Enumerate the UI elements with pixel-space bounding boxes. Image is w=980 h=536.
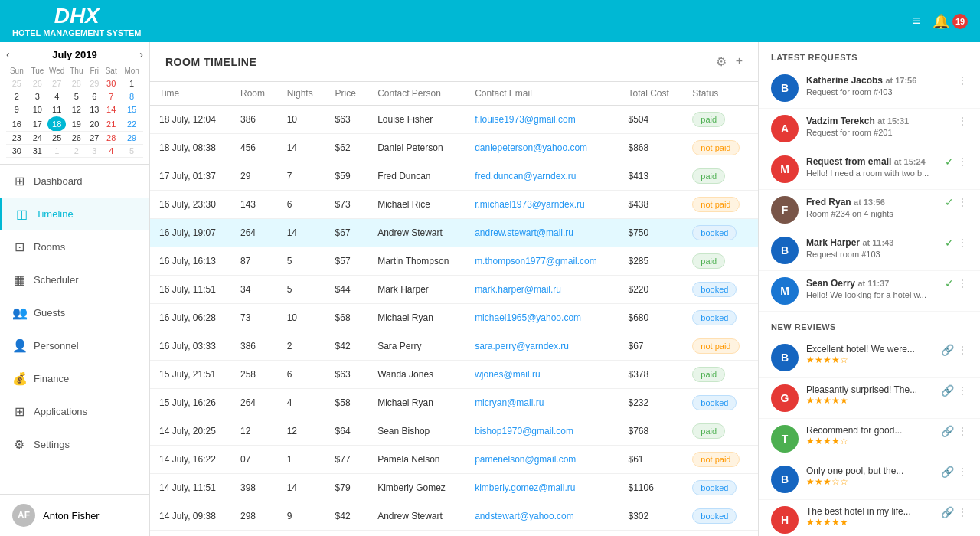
cal-cell[interactable]: 3 [28,90,47,103]
cell-nights: 7 [278,162,326,191]
more-icon[interactable]: ⋮ [957,506,968,518]
cal-cell[interactable]: 20 [87,116,102,132]
cal-cell[interactable]: 29 [120,132,143,145]
more-icon[interactable]: ⋮ [957,384,968,397]
finance-icon: 💰 [12,371,26,386]
cal-cell[interactable]: 8 [120,90,143,103]
cal-cell[interactable]: 25 [6,77,28,90]
sidebar-item-applications[interactable]: ⊞ Applications [0,395,149,428]
more-icon[interactable]: ⋮ [957,196,968,208]
sidebar-item-label: Dashboard [34,175,83,187]
cal-cell[interactable]: 22 [120,116,143,132]
req-avatar: A [771,115,799,142]
table-row[interactable]: 14 July, 11:51 398 14 $79 Kimberly Gomez… [150,474,758,502]
cal-cell[interactable]: 11 [47,103,66,116]
table-row[interactable]: 14 July, 16:22 07 1 $77 Pamela Nelson pa… [150,446,758,474]
calendar-prev[interactable]: ‹ [6,48,10,60]
cal-cell[interactable]: 12 [66,103,87,116]
more-icon[interactable]: ⋮ [957,237,968,249]
table-row[interactable]: 15 July, 16:26 264 4 $58 Michael Ryan mi… [150,389,758,417]
table-row[interactable]: 14 July, 20:25 12 12 $64 Sean Bishop bis… [150,417,758,446]
cal-cell[interactable]: 25 [47,132,66,145]
sidebar-item-dashboard[interactable]: ⊞ Dashboard [0,165,149,198]
table-row[interactable]: 14 July, 09:38 298 9 $42 Andrew Stewart … [150,502,758,531]
cal-cell[interactable]: 29 [87,77,102,90]
cal-cell[interactable]: 27 [47,77,66,90]
filter-icon[interactable]: ⚙ [716,54,727,69]
cal-cell[interactable]: 4 [102,145,120,158]
cal-cell-today[interactable]: 18 [47,116,66,132]
table-row[interactable]: 16 July, 16:13 87 5 $57 Martin Thompson … [150,247,758,276]
table-row[interactable]: 16 July, 23:30 143 6 $73 Michael Rice r.… [150,191,758,219]
cal-cell[interactable]: 1 [120,77,143,90]
cal-cell[interactable]: 30 [6,145,28,158]
cal-cell[interactable]: 2 [66,145,87,158]
cal-cell[interactable]: 5 [120,145,143,158]
cal-cell[interactable]: 10 [28,103,47,116]
cal-cell[interactable]: 27 [87,132,102,145]
sidebar-item-finance[interactable]: 💰 Finance [0,362,149,395]
cal-cell[interactable]: 2 [6,90,28,103]
cal-cell[interactable]: 6 [87,90,102,103]
more-icon[interactable]: ⋮ [957,344,968,356]
cal-cell[interactable]: 19 [66,116,87,132]
more-icon[interactable]: ⋮ [957,155,968,168]
cal-cell[interactable]: 9 [6,103,28,116]
cell-total: $750 [619,219,684,247]
review-item: T Recommend for good... ★★★★☆ 🔗 ⋮ [759,419,980,459]
cal-cell[interactable]: 21 [102,116,120,132]
sidebar-item-rooms[interactable]: ⊡ Rooms [0,230,149,263]
cal-cell[interactable]: 15 [120,103,143,116]
table-row[interactable]: 16 July, 11:51 34 5 $44 Mark Harper mark… [150,276,758,304]
link-icon[interactable]: 🔗 [941,466,954,478]
table-row[interactable]: 15 July, 21:51 258 6 $63 Wanda Jones wjo… [150,361,758,389]
more-icon[interactable]: ⋮ [957,74,968,87]
sidebar-item-guests[interactable]: 👥 Guests [0,296,149,329]
cal-cell[interactable]: 23 [6,132,28,145]
cal-cell[interactable]: 5 [66,90,87,103]
link-icon[interactable]: 🔗 [941,344,954,356]
table-row[interactable]: 18 July, 08:38 456 14 $62 Daniel Peterso… [150,134,758,162]
cal-cell[interactable]: 31 [28,145,47,158]
cal-cell[interactable]: 26 [28,77,47,90]
link-icon[interactable]: 🔗 [941,425,954,437]
cal-cell[interactable]: 24 [28,132,47,145]
table-row[interactable]: 14 July, 07:37 178 12 $77 Amy Bishop amy… [150,531,758,537]
sidebar-item-scheduler[interactable]: ▦ Scheduler [0,263,149,296]
cal-cell[interactable]: 26 [66,132,87,145]
cal-cell[interactable]: 16 [6,116,28,132]
add-icon[interactable]: + [736,54,743,69]
req-body: Katherine Jacobs at 17:56 Request for ro… [806,74,949,96]
cal-cell[interactable]: 28 [102,132,120,145]
cal-cell[interactable]: 7 [102,90,120,103]
sidebar-item-timeline[interactable]: ◫ Timeline [0,198,149,230]
more-icon[interactable]: ⋮ [957,277,968,289]
col-room: Room [231,82,278,106]
more-icon[interactable]: ⋮ [957,115,968,127]
notification-icon[interactable]: 🔔 19 [933,13,968,30]
table-row[interactable]: 16 July, 03:33 386 2 $42 Sara Perry sara… [150,332,758,361]
cal-cell[interactable]: 1 [47,145,66,158]
calendar-next[interactable]: › [139,48,143,60]
cal-cell[interactable]: 28 [66,77,87,90]
more-icon[interactable]: ⋮ [957,466,968,478]
settings-icon[interactable]: ≡ [912,13,920,29]
cal-cell[interactable]: 4 [47,90,66,103]
more-icon[interactable]: ⋮ [957,425,968,437]
cal-cell[interactable]: 3 [87,145,102,158]
req-name: Katherine Jacobs at 17:56 [806,75,916,86]
link-icon[interactable]: 🔗 [941,506,954,518]
cal-cell[interactable]: 14 [102,103,120,116]
table-row[interactable]: 18 July, 12:04 386 10 $63 Louise Fisher … [150,106,758,134]
sidebar-item-settings[interactable]: ⚙ Settings [0,428,149,461]
cell-time: 17 July, 01:37 [150,162,231,191]
sidebar-item-personnel[interactable]: 👤 Personnel [0,329,149,362]
cal-cell[interactable]: 17 [28,116,47,132]
link-icon[interactable]: 🔗 [941,384,954,397]
cal-cell[interactable]: 13 [87,103,102,116]
col-contact: Contact Person [368,82,466,106]
cal-cell[interactable]: 30 [102,77,120,90]
table-row[interactable]: 16 July, 06:28 73 10 $68 Michael Ryan mi… [150,304,758,332]
table-row[interactable]: 17 July, 01:37 29 7 $59 Fred Duncan fred… [150,162,758,191]
table-row[interactable]: 16 July, 19:07 264 14 $67 Andrew Stewart… [150,219,758,247]
